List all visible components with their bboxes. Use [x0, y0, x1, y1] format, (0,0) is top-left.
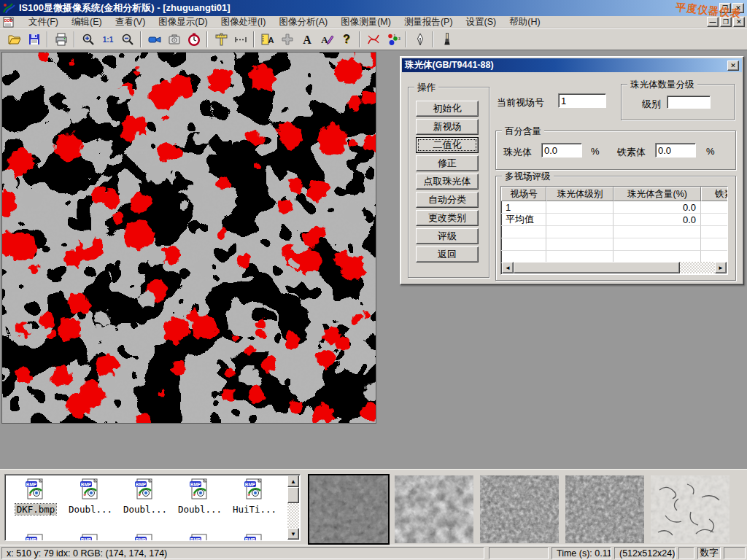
close-button[interactable]: ✕	[732, 3, 744, 13]
pearlite-percent-input[interactable]	[541, 143, 582, 158]
grade-level-input[interactable]	[667, 96, 711, 109]
grade-group: 珠光体数量分级 级别	[621, 84, 735, 120]
percent-group-label: 百分含量	[502, 125, 544, 138]
menu-view[interactable]: 查看(V)	[109, 15, 152, 29]
pick-pearlite-button[interactable]: 点取珠光体	[416, 174, 479, 190]
toolbar-separator	[433, 31, 434, 47]
cursor-position-text: x: 510 y: 79 idx: 0 RGB: (174, 174, 174)	[7, 548, 167, 559]
menu-image-process[interactable]: 图像处理(I)	[214, 15, 273, 29]
table-row[interactable]: 1 0.0	[501, 201, 727, 214]
current-view-input[interactable]	[558, 93, 606, 108]
open-button[interactable]	[4, 31, 24, 49]
table-row[interactable]: 平均值 0.0	[501, 214, 727, 226]
grade-level-label: 级别	[642, 98, 661, 111]
thumbnail-4[interactable]	[565, 475, 644, 543]
file-item-partial[interactable]: BMP	[228, 533, 281, 541]
video-capture-button[interactable]	[144, 31, 164, 49]
menu-file[interactable]: 文件(F)	[22, 15, 65, 29]
text-button[interactable]: A	[297, 31, 317, 49]
scroll-down-button[interactable]: ▼	[287, 528, 299, 540]
file-item-partial[interactable]: BMP	[174, 533, 226, 541]
dialog-title-bar[interactable]: 珠光体(GB/T9441-88) ✕	[402, 58, 742, 72]
scrollbar-track[interactable]	[287, 503, 299, 528]
table-row-empty	[501, 226, 727, 238]
brush-tool-button[interactable]	[437, 31, 457, 49]
ruler-text-icon: A	[260, 32, 275, 47]
scale-annotate-button[interactable]: A	[258, 31, 277, 49]
menu-measure-report[interactable]: 测量报告(P)	[398, 15, 460, 29]
thumbnail-2[interactable]	[395, 475, 473, 543]
menu-image-display[interactable]: 图像显示(D)	[152, 15, 214, 29]
zoom-in-button[interactable]	[78, 31, 98, 49]
file-item-partial[interactable]: BMP	[64, 533, 117, 541]
auto-classify-button[interactable]: 自动分类	[416, 192, 479, 208]
bmp-file-icon: BMP	[79, 533, 102, 541]
zoom-out-button[interactable]	[117, 31, 137, 49]
file-item[interactable]: BMP DKF.bmp	[9, 478, 62, 515]
menu-help[interactable]: 帮助(H)	[503, 15, 546, 29]
filelist-vertical-scrollbar[interactable]: ▲ ▼	[287, 475, 299, 540]
dialog-close-button[interactable]: ✕	[727, 61, 739, 71]
restore-button[interactable]: ❐	[719, 3, 731, 13]
move-object-button[interactable]	[277, 31, 297, 49]
change-class-button[interactable]: 更改类别	[416, 210, 479, 226]
mdi-minimize-button[interactable]: —	[707, 17, 719, 27]
video-camera-icon	[147, 32, 162, 47]
curve-tool-button[interactable]	[363, 31, 383, 49]
caliper-measure-button[interactable]	[211, 31, 231, 49]
file-listbox[interactable]: BMP DKF.bmp BMP Doubl... BMP Doubl... BM…	[4, 474, 301, 541]
menu-image-analysis[interactable]: 图像分析(A)	[272, 15, 334, 29]
file-item[interactable]: BMP Doubl...	[64, 478, 117, 515]
camera-capture-button[interactable]	[164, 31, 184, 49]
new-field-button[interactable]: 新视场	[416, 119, 479, 135]
actual-size-icon: 1:1	[101, 32, 115, 47]
text-edit-button[interactable]: A	[317, 31, 336, 49]
count-points-button[interactable]: 13	[383, 31, 403, 49]
file-item[interactable]: BMP Doubl...	[119, 478, 171, 515]
return-button[interactable]: 返回	[416, 246, 479, 262]
current-view-label: 当前视场号	[497, 96, 544, 109]
length-measure-button[interactable]	[231, 31, 250, 49]
menu-edit[interactable]: 编辑(E)	[65, 15, 109, 29]
file-item[interactable]: BMP HuiTi...	[228, 478, 281, 515]
dialog-title-text: 珠光体(GB/T9441-88)	[405, 59, 494, 71]
menu-settings[interactable]: 设置(S)	[460, 15, 503, 29]
scrollbar-thumb[interactable]	[514, 262, 680, 273]
menu-image-measure[interactable]: 图像测量(M)	[334, 15, 398, 29]
help-button[interactable]: ??	[336, 31, 356, 49]
file-item-partial[interactable]: BMP	[119, 533, 171, 541]
save-button[interactable]	[24, 31, 44, 49]
mode-text: 数字	[700, 547, 719, 559]
table-horizontal-scrollbar[interactable]: ◄ ►	[502, 262, 727, 273]
cell-ferrite	[701, 201, 728, 214]
print-button[interactable]	[51, 31, 71, 49]
thumbnail-3[interactable]	[480, 475, 559, 543]
actual-size-button[interactable]: 1:1	[98, 31, 117, 49]
ferrite-percent-input[interactable]	[655, 143, 696, 158]
scroll-left-button[interactable]: ◄	[502, 262, 514, 273]
thumbnail-5[interactable]	[651, 475, 729, 543]
percent-group: 百分含量 珠光体 % 铁素体 %	[495, 131, 736, 170]
metallograph-image[interactable]	[1, 52, 376, 424]
scroll-up-button[interactable]: ▲	[287, 475, 299, 487]
binarize-button[interactable]: 二值化	[416, 137, 479, 153]
thumbnail-1[interactable]	[309, 475, 388, 543]
pen-icon	[413, 32, 427, 47]
timer-button[interactable]	[184, 31, 204, 49]
toolbar-separator	[406, 31, 407, 47]
scroll-right-button[interactable]: ►	[715, 262, 727, 273]
file-item[interactable]: BMP Doubl...	[174, 478, 226, 515]
cell-field-no: 平均值	[501, 214, 546, 226]
scrollbar-track[interactable]	[680, 262, 715, 273]
scrollbar-thumb[interactable]	[287, 487, 299, 503]
grade-button[interactable]: 评级	[416, 228, 479, 244]
mdi-close-button[interactable]: ✕	[733, 17, 745, 27]
correct-button[interactable]: 修正	[416, 155, 479, 171]
init-button[interactable]: 初始化	[416, 101, 479, 117]
toolbar-separator	[206, 31, 208, 47]
pen-tool-button[interactable]	[410, 31, 430, 49]
file-item-partial[interactable]: BMP	[9, 533, 62, 541]
mdi-restore-button[interactable]: ❐	[720, 17, 732, 27]
image-size-text: (512x512x24)	[619, 548, 675, 559]
open-folder-icon	[7, 32, 22, 47]
